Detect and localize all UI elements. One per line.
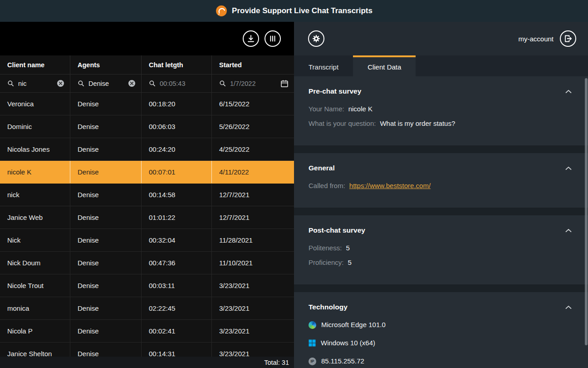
transcript-row[interactable]: nicole KDenise00:07:014/11/2022 [0, 161, 294, 184]
app-logo-icon [216, 5, 227, 17]
cell-agent: Denise [70, 138, 142, 160]
column-header-client-name[interactable]: Client name [0, 55, 70, 74]
cell-client-name: Nicole Trout [0, 274, 70, 297]
filter-agents: Denise [70, 75, 142, 92]
section-header: Pre-chat survey [309, 87, 572, 95]
search-icon [149, 80, 156, 87]
main-layout: Client nameAgentsChat letgthStarted nicD… [0, 22, 588, 368]
edge-browser-icon [309, 321, 316, 329]
transcript-row[interactable]: monicaDenise02:22:453/23/2021 [0, 297, 294, 320]
app-title: Provide Support Live Chat Transcripts [232, 6, 372, 15]
cell-agent: Denise [70, 229, 142, 251]
section-header: Post-chat survey [309, 226, 572, 234]
field-label: Your Name: [309, 104, 344, 113]
table-header-row: Client nameAgentsChat letgthStarted [0, 55, 294, 75]
clear-filter-icon[interactable] [128, 80, 136, 87]
cell-chat-length: 00:06:03 [142, 115, 212, 138]
logout-button[interactable] [560, 30, 576, 47]
transcript-row[interactable]: nickDenise00:14:5812/7/2021 [0, 184, 294, 206]
section-header: General [309, 164, 572, 172]
cell-agent: Denise [70, 320, 142, 342]
cell-started: 4/25/2022 [212, 138, 294, 160]
section-title: Post-chat survey [309, 226, 365, 234]
cell-started: 3/23/2021 [212, 320, 294, 342]
cell-agent: Denise [70, 206, 142, 229]
search-icon [219, 80, 226, 87]
cell-chat-length: 00:02:41 [142, 320, 212, 342]
collapse-chevron-icon[interactable] [565, 229, 572, 233]
app-window: Provide Support Live Chat Transcripts Cl… [0, 0, 588, 368]
collapse-chevron-icon[interactable] [565, 166, 572, 170]
cell-started: 3/23/2021 [212, 297, 294, 319]
download-button[interactable] [243, 30, 259, 47]
filter-input-chat-letgth[interactable]: 00:05:43 [160, 80, 206, 87]
cell-client-name: Nicolas Jones [0, 138, 70, 160]
field-row: Politeness:5 [309, 244, 572, 252]
field-label: Called from: [309, 181, 345, 190]
clear-filter-icon[interactable] [57, 80, 64, 87]
cell-client-name: Veronica [0, 93, 70, 115]
transcript-row[interactable]: Janice WebDenise01:01:2212/7/2021 [0, 206, 294, 229]
transcript-row[interactable]: VeronicaDenise00:18:206/15/2022 [0, 93, 294, 115]
settings-button[interactable] [308, 30, 324, 47]
cell-chat-length: 00:24:20 [142, 138, 212, 160]
field-row: What is your question:What is my order s… [309, 119, 572, 128]
field-label: What is your question: [309, 119, 376, 128]
tech-row: IP85.115.255.72 [309, 357, 572, 366]
tab-client-data[interactable]: Client Data [353, 55, 416, 76]
field-value: 5 [346, 244, 349, 252]
cell-client-name: Nick Doum [0, 252, 70, 274]
column-header-chat-letgth[interactable]: Chat letgth [142, 55, 212, 74]
field-label: Politeness: [309, 244, 342, 252]
cell-client-name: nick [0, 184, 70, 206]
cell-client-name: Nick [0, 229, 70, 251]
section-title: Technology [309, 303, 348, 311]
transcript-row[interactable]: Nicola PDenise00:02:413/23/2021 [0, 320, 294, 343]
field-value: 5 [348, 258, 352, 267]
transcripts-panel: Client nameAgentsChat letgthStarted nicD… [0, 22, 294, 368]
tech-row: Windows 10 (x64) [309, 338, 572, 348]
field-value-link[interactable]: https://www.beststore.com/ [349, 181, 431, 190]
cell-client-name: Dominic [0, 115, 70, 138]
collapse-chevron-icon[interactable] [565, 90, 572, 94]
cell-started: 12/7/2021 [212, 184, 294, 206]
scrollbar-thumb[interactable] [585, 78, 588, 345]
tab-bar: TranscriptClient Data [294, 55, 588, 76]
transcript-row[interactable]: Nicole TroutDenise00:03:113/23/2021 [0, 274, 294, 297]
section-post-chat-survey: Post-chat surveyPoliteness:5Proficiency:… [294, 215, 588, 284]
collapse-chevron-icon[interactable] [565, 305, 572, 309]
filter-input-client-name[interactable]: nic [18, 80, 53, 87]
table-body: VeronicaDenise00:18:206/15/2022DominicDe… [0, 93, 294, 368]
field-row: Proficiency:5 [309, 258, 572, 267]
cell-started: 11/28/2021 [212, 229, 294, 251]
cell-chat-length: 01:01:22 [142, 206, 212, 229]
cell-chat-length: 00:18:20 [142, 93, 212, 115]
section-pre-chat-survey: Pre-chat surveyYour Name:nicole KWhat is… [294, 76, 588, 145]
client-toolbar: my-account [294, 22, 588, 55]
calendar-icon[interactable] [280, 80, 289, 88]
cell-started: 4/11/2022 [212, 161, 294, 183]
tab-transcript[interactable]: Transcript [294, 55, 353, 76]
filter-input-started[interactable]: 1/7/2022 [230, 80, 276, 87]
filter-input-agents[interactable]: Denise [88, 80, 124, 87]
column-header-agents[interactable]: Agents [70, 55, 142, 74]
transcript-row[interactable]: DominicDenise00:06:035/26/2022 [0, 115, 294, 138]
tech-value: Microsoft Edge 101.0 [321, 320, 386, 329]
transcript-row[interactable]: NickDenise00:32:0411/28/2021 [0, 229, 294, 252]
cell-chat-length: 00:14:58 [142, 184, 212, 206]
filter-client-name: nic [0, 75, 70, 92]
transcripts-toolbar [0, 22, 294, 55]
tech-value: Windows 10 (x64) [321, 338, 375, 348]
account-name: my-account [518, 35, 554, 43]
section-header: Technology [309, 303, 572, 311]
cell-agent: Denise [70, 252, 142, 274]
column-header-started[interactable]: Started [212, 55, 294, 74]
transcript-row[interactable]: Nick DoumDenise00:47:3611/10/2021 [0, 252, 294, 274]
section-technology: TechnologyMicrosoft Edge 101.0Windows 10… [294, 292, 588, 368]
total-count: Total: 31 [264, 359, 289, 366]
app-header: Provide Support Live Chat Transcripts [0, 0, 588, 22]
column-settings-button[interactable] [265, 30, 281, 47]
cell-agent: Denise [70, 93, 142, 115]
cell-chat-length: 02:22:45 [142, 297, 212, 319]
transcript-row[interactable]: Nicolas JonesDenise00:24:204/25/2022 [0, 138, 294, 161]
